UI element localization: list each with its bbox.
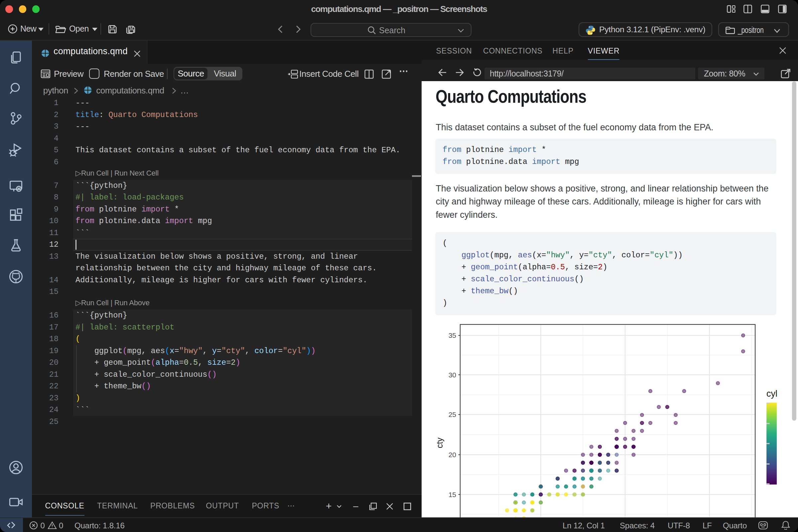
svg-text:cty: cty	[435, 438, 444, 448]
svg-text:15: 15	[449, 491, 456, 498]
svg-text:20: 20	[449, 451, 456, 458]
svg-text:cyl: cyl	[766, 389, 777, 399]
svg-text:25: 25	[449, 411, 456, 418]
svg-text:35: 35	[449, 331, 456, 339]
svg-text:30: 30	[449, 371, 456, 379]
